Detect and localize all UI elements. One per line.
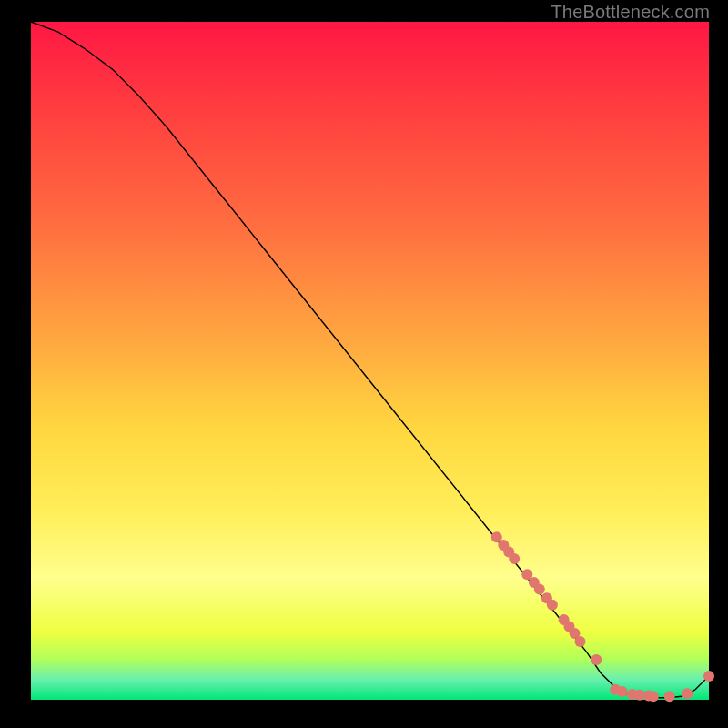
curve-marker: [509, 553, 520, 564]
curve-marker: [534, 584, 545, 595]
curve-marker: [664, 691, 675, 702]
chart-overlay: [31, 22, 709, 700]
curve-marker: [591, 654, 602, 665]
curve-marker: [547, 600, 558, 611]
curve-line: [31, 22, 709, 698]
chart-stage: TheBottleneck.com: [0, 0, 728, 728]
attribution-text: TheBottleneck.com: [551, 2, 710, 23]
curve-marker: [682, 688, 693, 699]
curve-markers: [491, 531, 714, 702]
curve-marker: [575, 636, 586, 647]
curve-marker: [617, 686, 628, 697]
curve-marker: [648, 691, 659, 702]
curve-marker: [703, 671, 714, 682]
